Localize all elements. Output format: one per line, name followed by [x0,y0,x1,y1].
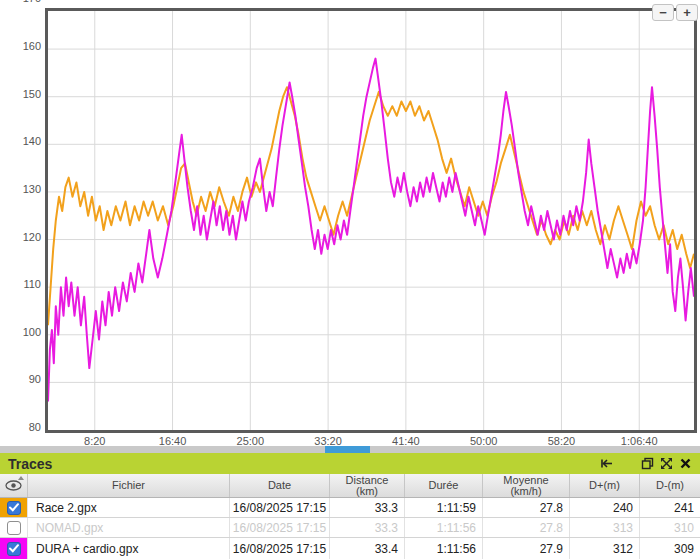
duration-cell: 1:11:56 [405,518,483,537]
chart-panel: − + 17016015014013012011010090808:2016:4… [0,0,700,446]
dplus-cell: 313 [570,518,640,537]
chart-horizontal-scrollbar[interactable] [0,446,700,453]
column-header-dplus[interactable]: D+(m) [570,474,640,497]
dplus-cell: 312 [570,538,640,559]
dminus-cell: 241 [640,498,700,517]
traces-panel-header: Traces [0,453,700,474]
y-axis-label: 100 [0,326,41,338]
chart-zoom-controls: − + [652,4,698,21]
y-axis-label: 110 [0,278,41,290]
trace-chart [48,11,694,430]
date-cell: 16/08/2025 17:15 [230,498,330,517]
zoom-in-button[interactable]: + [676,4,698,21]
column-header-average[interactable]: Moyenne(km/h) [483,474,570,497]
column-header-dminus[interactable]: D-(m) [640,474,700,497]
checkmark-icon [9,503,19,512]
average-cell: 27.8 [483,518,570,537]
distance-cell: 33.3 [330,498,405,517]
dplus-cell: 240 [570,498,640,517]
y-axis-label: 80 [0,421,41,433]
expand-icon[interactable] [660,457,673,470]
trace-color-cell [0,498,28,517]
eye-icon [5,480,22,491]
visibility-column-header[interactable] [0,474,28,497]
zoom-out-button[interactable]: − [652,4,674,21]
table-header-row: Fichier Date Distance(km) Durée Moyenne(… [0,474,700,498]
trace-color-cell [0,518,28,537]
y-axis-label: 90 [0,373,41,385]
y-axis-label: 140 [0,135,41,147]
duration-cell: 1:11:59 [405,498,483,517]
y-axis-label: 160 [0,40,41,52]
table-row[interactable]: Race 2.gpx 16/08/2025 17:15 33.3 1:11:59… [0,498,700,518]
trace-line-dura-cardio-gpx [48,59,694,402]
duration-cell: 1:11:56 [405,538,483,559]
column-header-distance[interactable]: Distance(km) [330,474,405,497]
average-cell: 27.9 [483,538,570,559]
date-cell: 16/08/2025 17:15 [230,518,330,537]
table-row[interactable]: DURA + cardio.gpx 16/08/2025 17:15 33.4 … [0,538,700,559]
file-name-cell: DURA + cardio.gpx [28,538,230,559]
date-cell: 16/08/2025 17:15 [230,538,330,559]
plot-area[interactable] [45,8,697,433]
dminus-cell: 309 [640,538,700,559]
column-header-date[interactable]: Date [230,474,330,497]
y-axis-label: 120 [0,231,41,243]
panel-title: Traces [8,456,52,472]
traces-table: Fichier Date Distance(km) Durée Moyenne(… [0,474,700,559]
collapse-left-icon[interactable] [600,457,613,470]
y-axis-label: 170 [0,0,41,4]
trace-visibility-checkbox[interactable] [7,501,21,515]
trace-visibility-checkbox[interactable] [7,542,21,556]
table-row[interactable]: NOMAD.gpx 16/08/2025 17:15 33.3 1:11:56 … [0,518,700,538]
checkmark-icon [9,544,19,553]
average-cell: 27.8 [483,498,570,517]
sort-indicator-icon [18,476,24,480]
column-header-file[interactable]: Fichier [28,474,230,497]
panel-controls [594,457,692,470]
dminus-cell: 310 [640,518,700,537]
file-name-cell: Race 2.gpx [28,498,230,517]
distance-cell: 33.4 [330,538,405,559]
y-axis-label: 150 [0,88,41,100]
file-name-cell: NOMAD.gpx [28,518,230,537]
restore-window-icon[interactable] [641,457,654,470]
scrollbar-thumb[interactable] [325,446,370,453]
close-icon[interactable] [679,457,692,470]
column-header-duration[interactable]: Durée [405,474,483,497]
trace-color-cell [0,538,28,559]
trace-visibility-checkbox[interactable] [7,521,21,535]
distance-cell: 33.3 [330,518,405,537]
y-axis-label: 130 [0,183,41,195]
